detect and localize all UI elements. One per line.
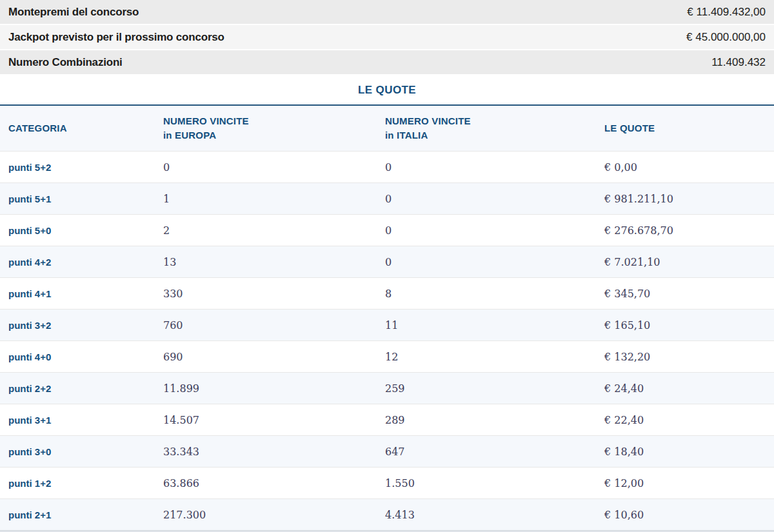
table-row: punti 3+0 33.343 647 € 18,40 [0, 435, 774, 467]
wins-italy-value: 647 [385, 446, 604, 458]
table-row: punti 4+2 13 0 € 7.021,10 [0, 246, 774, 277]
category-label: punti 1+2 [0, 478, 163, 489]
col-header-text: in EUROPA [163, 128, 385, 143]
wins-europe-value: 1 [163, 193, 385, 205]
wins-europe-value: 63.866 [163, 477, 385, 489]
category-label: punti 5+0 [0, 225, 163, 236]
wins-italy-value: 11 [385, 319, 604, 331]
category-label: punti 3+1 [0, 415, 163, 426]
wins-italy-value: 4.413 [385, 509, 604, 521]
wins-europe-value: 33.343 [163, 446, 385, 458]
wins-italy-value: 8 [385, 288, 604, 300]
quote-value: € 981.211,10 [604, 193, 774, 205]
combinazioni-value: 11.409.432 [711, 56, 766, 69]
quote-value: € 24,40 [604, 382, 774, 395]
wins-italy-value: 1.550 [385, 477, 604, 489]
table-row: punti 3+2 760 11 € 165,10 [0, 309, 774, 340]
table-row: punti 2+1 217.300 4.413 € 10,60 [0, 498, 774, 530]
montepremi-value: € 11.409.432,00 [687, 6, 766, 19]
category-label: punti 5+1 [0, 193, 163, 204]
wins-italy-value: 0 [385, 256, 604, 268]
table-row: punti 3+1 14.507 289 € 22,40 [0, 404, 774, 435]
quote-value: € 10,60 [604, 509, 774, 521]
wins-italy-value: 0 [385, 193, 604, 205]
wins-europe-value: 690 [163, 351, 385, 363]
quote-value: € 12,00 [604, 477, 774, 489]
category-label: punti 2+2 [0, 383, 163, 394]
category-label: punti 4+0 [0, 351, 163, 362]
table-row: punti 4+1 330 8 € 345,70 [0, 277, 774, 309]
combinazioni-label: Numero Combinazioni [8, 56, 123, 69]
wins-italy-value: 289 [385, 414, 604, 426]
quote-value: € 276.678,70 [604, 224, 774, 237]
summary-row-montepremi: Montepremi del concorso € 11.409.432,00 [0, 0, 774, 24]
quote-value: € 345,70 [604, 288, 774, 300]
category-label: punti 3+0 [0, 446, 163, 457]
quote-value: € 165,10 [604, 319, 774, 331]
quote-title-zone: LE QUOTE [0, 75, 774, 104]
col-header-vincite-italia: NUMERO VINCITE in ITALIA [385, 114, 604, 143]
category-label: punti 3+2 [0, 320, 163, 331]
summary-row-combinazioni: Numero Combinazioni 11.409.432 [0, 50, 774, 74]
quote-value: € 0,00 [604, 161, 774, 173]
quote-value: € 7.021,10 [604, 256, 774, 268]
wins-europe-value: 760 [163, 319, 385, 331]
table-row: punti 2+2 11.899 259 € 24,40 [0, 372, 774, 404]
quote-table-header: CATEGORIA NUMERO VINCITE in EUROPA NUMER… [0, 106, 774, 151]
jackpot-value: € 45.000.000,00 [686, 31, 766, 44]
col-header-text: NUMERO VINCITE [163, 114, 385, 128]
wins-italy-value: 0 [385, 224, 604, 237]
wins-italy-value: 0 [385, 161, 604, 173]
quote-value: € 22,40 [604, 414, 774, 426]
wins-europe-value: 13 [163, 256, 385, 268]
table-row: punti 4+0 690 12 € 132,20 [0, 340, 774, 372]
jackpot-label: Jackpot previsto per il prossimo concors… [8, 31, 224, 44]
col-header-lequote: LE QUOTE [604, 121, 774, 135]
table-row: punti 1+2 63.866 1.550 € 12,00 [0, 467, 774, 498]
col-header-text: CATEGORIA [8, 121, 163, 135]
table-row: punti 5+1 1 0 € 981.211,10 [0, 182, 774, 214]
table-row: punti 5+0 2 0 € 276.678,70 [0, 214, 774, 246]
wins-italy-value: 12 [385, 351, 604, 363]
section-title: LE QUOTE [358, 84, 416, 97]
category-label: punti 2+1 [0, 509, 163, 520]
col-header-text: LE QUOTE [604, 121, 774, 135]
category-label: punti 4+1 [0, 288, 163, 299]
table-row: punti 5+2 0 0 € 0,00 [0, 151, 774, 182]
col-header-categoria: CATEGORIA [0, 121, 163, 135]
quote-value: € 132,20 [604, 351, 774, 363]
wins-europe-value: 0 [163, 161, 385, 173]
wins-europe-value: 14.507 [163, 414, 385, 426]
summary-row-jackpot: Jackpot previsto per il prossimo concors… [0, 25, 774, 49]
wins-italy-value: 259 [385, 382, 604, 395]
wins-europe-value: 217.300 [163, 509, 385, 521]
col-header-vincite-europa: NUMERO VINCITE in EUROPA [163, 114, 385, 143]
category-label: punti 5+2 [0, 162, 163, 173]
wins-europe-value: 330 [163, 288, 385, 300]
col-header-text: NUMERO VINCITE [385, 114, 604, 128]
category-label: punti 4+2 [0, 257, 163, 268]
montepremi-label: Montepremi del concorso [8, 6, 139, 19]
wins-europe-value: 11.899 [163, 382, 385, 395]
quote-table-body: punti 5+2 0 0 € 0,00 punti 5+1 1 0 € 981… [0, 151, 774, 530]
wins-europe-value: 2 [163, 224, 385, 237]
results-page: Montepremi del concorso € 11.409.432,00 … [0, 0, 774, 532]
col-header-text: in ITALIA [385, 128, 604, 143]
quote-value: € 18,40 [604, 446, 774, 458]
